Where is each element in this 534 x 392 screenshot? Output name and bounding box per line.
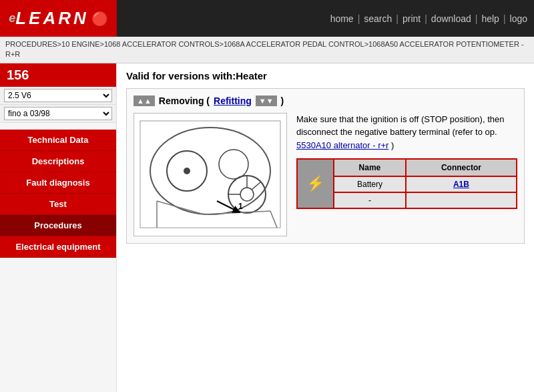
engine-dropdown-row: 2.5 V6 1.8 TS 2.0 TS 2.4 JTD [0,87,116,105]
removing-header: ▲▲ Removing ( Refitting ▼▼ ) [134,95,517,106]
lightning-icon: ⚡ [306,175,324,192]
sidebar-item-fault-diagnosis[interactable]: Fault diagnosis [0,172,116,194]
nav-links: home | search | print | download | help … [330,13,534,24]
procedure-box: ▲▲ Removing ( Refitting ▼▼ ) [126,88,525,244]
battery-name-cell: Battery [334,176,406,192]
home-link[interactable]: home [330,13,354,24]
procedure-content: 1 Make sure that the ignition is off (ST… [134,113,517,236]
search-link[interactable]: search [364,13,392,24]
sidebar-item-descriptions[interactable]: Descriptions [0,151,116,172]
sidebar: 156 2.5 V6 1.8 TS 2.0 TS 2.4 JTD fino a … [0,63,117,392]
svg-text:1: 1 [238,202,243,211]
diagram-svg: 1 [137,114,284,234]
nav-sep1: | [358,13,360,24]
alternator-link[interactable]: 5530A10 alternator - r+r [296,140,388,150]
lightning-icon-cell: ⚡ [297,159,334,208]
svg-point-8 [184,168,190,174]
logo-prefix: e [9,11,15,25]
help-link[interactable]: help [481,13,499,24]
text-area: Make sure that the ignition is off (STOP… [296,113,517,236]
content-area: Valid for versions with:Heater ▲▲ Removi… [117,63,534,392]
breadcrumb-text: PROCEDURES>10 ENGINE>1068 ACCELERATOR CO… [5,40,524,58]
version-dropdown-row: fino a 03/98 da 04/98 [0,105,116,123]
sidebar-item-test[interactable]: Test [0,194,116,215]
engine-select[interactable]: 2.5 V6 1.8 TS 2.0 TS 2.4 JTD [4,89,112,102]
diagram-area: 1 [134,113,287,236]
valid-for-heading: Valid for versions with:Heater [126,70,525,81]
connector-table: ⚡ Name Connector Battery A1B - [296,158,517,209]
breadcrumb: PROCEDURES>10 ENGINE>1068 ACCELERATOR CO… [0,37,534,63]
connector-value-cell: A1B [406,176,517,192]
sidebar-item-electrical-equipment[interactable]: Electrical equipment [0,236,116,258]
nav-sep2: | [396,13,398,24]
logo-text: LEARN [15,8,89,29]
version-select[interactable]: fino a 03/98 da 04/98 [4,107,112,120]
refitting-link[interactable]: Refitting [214,95,252,106]
removing-label: Removing ( [159,95,210,106]
logo-link[interactable]: logo [510,13,527,24]
sidebar-menu: Technical Data Descriptions Fault diagno… [0,130,116,258]
symbol-cell: - [334,192,406,208]
name-header: Name [334,159,406,176]
closing-paren: ) [281,95,284,106]
nav-sep4: | [475,13,478,24]
table-icon-row: ⚡ Name Connector [297,159,517,176]
connector-header: Connector [406,159,517,176]
alfa-romeo-icon: 🔴 [91,11,108,27]
download-link[interactable]: download [431,13,471,24]
nav-sep3: | [425,13,427,24]
logo-area: e LEARN 🔴 [0,0,117,37]
header: e LEARN 🔴 home | search | print | downlo… [0,0,534,37]
nav-sep5: | [503,13,506,24]
vehicle-id: 156 [0,63,116,87]
main-layout: 156 2.5 V6 1.8 TS 2.0 TS 2.4 JTD fino a … [0,63,534,392]
connector-a1b-link[interactable]: A1B [453,180,469,189]
up-arrows-icon: ▲▲ [134,95,155,106]
sidebar-item-procedures[interactable]: Procedures [0,215,116,236]
sidebar-item-technical-data[interactable]: Technical Data [0,130,116,151]
down-arrows-icon: ▼▼ [256,95,277,106]
empty-cell [406,192,517,208]
procedure-text: Make sure that the ignition is off (STOP… [296,113,517,152]
print-link[interactable]: print [403,13,421,24]
